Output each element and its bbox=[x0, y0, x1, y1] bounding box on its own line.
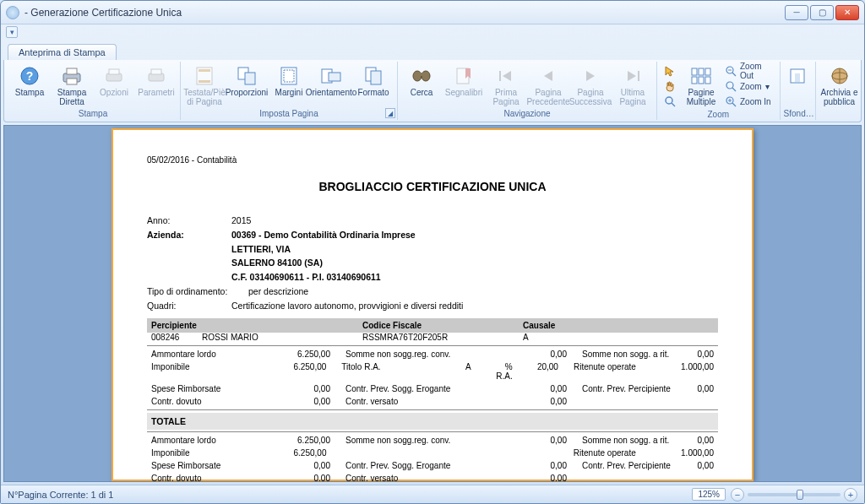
header-footer-icon bbox=[193, 65, 216, 87]
bookmark-icon bbox=[452, 65, 476, 87]
report-page: 05/02/2016 - Contabilità BROGLIACCIO CER… bbox=[112, 128, 753, 481]
margins-button[interactable]: Margini bbox=[269, 63, 309, 99]
pointer-tool-button[interactable] bbox=[661, 63, 679, 79]
svg-rect-32 bbox=[699, 77, 704, 84]
options-button: Opzioni bbox=[94, 63, 134, 99]
report-meta: Anno:2015 Azienda:00369 - Demo Contabili… bbox=[147, 214, 718, 313]
archive-publish-button[interactable]: Archivia e pubblica bbox=[819, 63, 860, 108]
group-export: Archivia e pubblica PDF Esporta come ▾ I… bbox=[816, 62, 865, 120]
svg-line-42 bbox=[732, 103, 736, 106]
printer-params-icon bbox=[144, 65, 168, 87]
svg-line-38 bbox=[732, 88, 736, 91]
table-header: Percipiente Codice Fiscale Causale bbox=[147, 318, 718, 333]
parameters-button: Parametri bbox=[136, 63, 177, 99]
print-button[interactable]: ? Stampa bbox=[9, 63, 50, 99]
next-icon bbox=[579, 65, 602, 87]
page-setup-dialog-launcher[interactable]: ◢ bbox=[385, 108, 395, 118]
header-footer-button: Testata/Piè di Pagina bbox=[184, 63, 225, 108]
zoom-track[interactable] bbox=[748, 493, 841, 496]
printer-gear-icon bbox=[102, 65, 126, 87]
bookmarks-button: Segnalibri bbox=[443, 63, 484, 99]
table-row: Contr. dovuto0,00Contr. versato0,00 bbox=[147, 395, 718, 408]
titlebar: - Generazione Certificazione Unica ─ ▢ ✕ bbox=[1, 1, 864, 24]
report-table: Percipiente Codice Fiscale Causale 00824… bbox=[147, 318, 718, 482]
prev-icon bbox=[536, 65, 560, 87]
qat-customize-button[interactable]: ▾ bbox=[6, 26, 18, 38]
zoom-slider[interactable]: − + bbox=[731, 488, 857, 501]
last-page-button: Ultima Pagina bbox=[612, 63, 653, 108]
maximize-button[interactable]: ▢ bbox=[810, 5, 834, 20]
app-window: - Generazione Certificazione Unica ─ ▢ ✕… bbox=[0, 0, 865, 504]
paint-bucket-icon bbox=[786, 65, 809, 87]
zoom-percent[interactable]: 125% bbox=[692, 488, 726, 501]
magnifier-icon bbox=[664, 95, 676, 107]
group-page-setup: Testata/Piè di Pagina Proporzioni Margin… bbox=[181, 62, 398, 120]
direct-print-button[interactable]: Stampa Diretta bbox=[52, 63, 92, 108]
report-date-header: 05/02/2016 - Contabilità bbox=[147, 155, 718, 165]
table-row: Spese Rimborsate0,00Contr. Prev. Sogg. E… bbox=[147, 459, 718, 472]
zoom-out-button[interactable]: Zoom Out bbox=[721, 63, 776, 79]
scale-button[interactable]: Proporzioni bbox=[226, 63, 267, 99]
hand-tool-button[interactable] bbox=[661, 79, 679, 94]
zoom-plus-button[interactable]: + bbox=[844, 488, 857, 501]
background-button[interactable] bbox=[784, 63, 812, 89]
preview-area[interactable]: 05/02/2016 - Contabilità BROGLIACCIO CER… bbox=[3, 125, 862, 482]
window-title: - Generazione Certificazione Unica bbox=[24, 7, 785, 19]
zoom-in-icon bbox=[725, 95, 737, 107]
group-navigation: Cerca Segnalibri Prima Pagina Pagina Pre… bbox=[398, 62, 657, 120]
multiple-pages-button[interactable]: Pagine Multiple bbox=[683, 63, 720, 108]
first-page-button: Prima Pagina bbox=[486, 63, 526, 108]
svg-rect-8 bbox=[151, 69, 161, 74]
ribbon-tabs: Anteprima di Stampa bbox=[1, 40, 864, 60]
statusbar: N°Pagina Corrente: 1 di 1 125% − + bbox=[1, 485, 864, 503]
globe-export-icon bbox=[828, 65, 851, 87]
last-icon bbox=[621, 65, 645, 87]
total-header: TOTALE bbox=[147, 413, 718, 430]
svg-rect-24 bbox=[499, 71, 501, 81]
svg-point-37 bbox=[726, 82, 733, 89]
pointer-icon bbox=[664, 65, 676, 77]
minimize-button[interactable]: ─ bbox=[785, 5, 808, 20]
svg-line-36 bbox=[732, 73, 736, 76]
close-button[interactable]: ✕ bbox=[835, 5, 859, 20]
hand-icon bbox=[664, 80, 676, 92]
search-button[interactable]: Cerca bbox=[401, 63, 442, 99]
printer-icon bbox=[60, 65, 84, 87]
margins-icon bbox=[277, 65, 301, 87]
page-size-icon bbox=[362, 65, 385, 87]
zoom-thumb[interactable] bbox=[797, 490, 803, 500]
zoom-out-icon bbox=[725, 65, 737, 77]
zoom-in-button[interactable]: Zoom In bbox=[721, 94, 776, 109]
first-icon bbox=[494, 65, 518, 87]
app-icon bbox=[6, 6, 19, 19]
question-help-icon: ? bbox=[18, 65, 41, 87]
zoom-icon bbox=[725, 80, 737, 92]
tab-print-preview[interactable]: Anteprima di Stampa bbox=[8, 44, 117, 60]
table-subheader: 008246 ROSSI MARIO RSSMRA76T20F205R A bbox=[147, 333, 718, 344]
svg-rect-17 bbox=[329, 73, 340, 81]
pages-grid-icon bbox=[689, 65, 713, 87]
format-button[interactable]: Formato bbox=[353, 63, 394, 99]
svg-rect-3 bbox=[67, 68, 77, 74]
group-zoom: Pagine Multiple Zoom Out Zoom ▾ Zoom In … bbox=[657, 62, 781, 120]
zoom-minus-button[interactable]: − bbox=[731, 488, 744, 501]
page-indicator: N°Pagina Corrente: 1 di 1 bbox=[8, 490, 113, 500]
table-row: Contr. dovuto0,00Contr. versato0,00 bbox=[147, 472, 718, 482]
binoculars-icon bbox=[410, 65, 433, 87]
ribbon: ? Stampa Stampa Diretta Opzioni Parametr… bbox=[3, 60, 862, 122]
scale-icon bbox=[235, 65, 258, 87]
export-as-button[interactable]: PDF Esporta come ▾ bbox=[862, 63, 865, 108]
magnifier-tool-button[interactable] bbox=[661, 94, 679, 109]
table-row: Imponibile6.250,00Titolo R.A.A% R.A.20,0… bbox=[147, 360, 718, 382]
svg-rect-30 bbox=[705, 68, 710, 75]
svg-rect-28 bbox=[692, 68, 697, 75]
svg-line-27 bbox=[672, 103, 675, 106]
orientation-button[interactable]: Orientamento bbox=[311, 63, 351, 99]
svg-rect-6 bbox=[109, 69, 119, 74]
svg-rect-13 bbox=[245, 73, 255, 84]
svg-rect-11 bbox=[199, 80, 210, 83]
table-row: Imponibile6.250,00Ritenute operate1.000,… bbox=[147, 447, 718, 459]
svg-rect-22 bbox=[420, 73, 423, 76]
zoom-button[interactable]: Zoom ▾ bbox=[721, 79, 776, 94]
table-row: Ammontare lordo6.250,00Somme non sogg.re… bbox=[147, 348, 718, 360]
